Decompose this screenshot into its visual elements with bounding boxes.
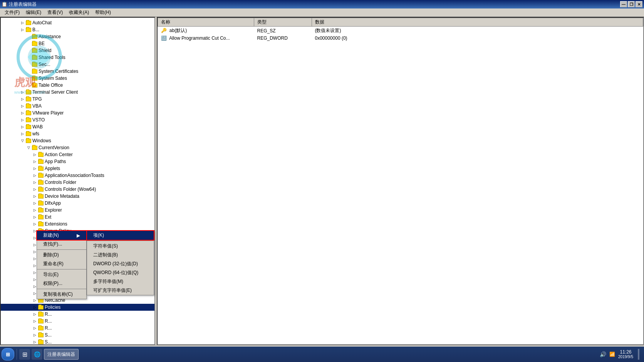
tree-node-dlfxapp[interactable]: ▷ DlfxApp <box>1 200 154 207</box>
submenu-expandable[interactable]: 可扩充字符串值(E) <box>87 286 154 295</box>
tree-node-shield[interactable]: Shield <box>1 47 154 54</box>
tree-node-sec[interactable]: Sec... <box>1 61 154 68</box>
tree-node-system-certs[interactable]: System Certificates <box>1 68 154 75</box>
close-button[interactable]: ✕ <box>636 1 642 7</box>
context-menu-rename[interactable]: 重命名(R) <box>37 259 86 268</box>
col-name[interactable]: 名称 <box>158 18 254 27</box>
tree-node-ext[interactable]: ▷ Ext <box>1 214 154 221</box>
tree-node-controls-folder[interactable]: ▷ Controls Folder <box>1 179 154 186</box>
tree-node-system-sates[interactable]: System Sates <box>1 75 154 82</box>
toggle-ext[interactable]: ▷ <box>32 214 38 220</box>
toggle-vmware[interactable]: ▷ <box>19 110 25 116</box>
menu-view[interactable]: 查看(V) <box>44 8 66 17</box>
toggle-b[interactable]: ▷ <box>19 27 25 33</box>
tree-node-vba[interactable]: ▷ VBA <box>1 103 154 109</box>
toggle-be[interactable] <box>25 40 32 47</box>
tree-node-shared-tools[interactable]: Shared Tools <box>1 54 154 61</box>
tree-node-b[interactable]: ▷ B... <box>1 26 154 33</box>
tree-node-vmware[interactable]: ▷ VMware Player <box>1 109 154 116</box>
context-menu-export[interactable]: 导出(E) <box>37 270 86 279</box>
tree-node-action-center[interactable]: ▷ Action Center <box>1 151 154 158</box>
tree-node-explorer[interactable]: ▷ Explorer <box>1 207 154 214</box>
tree-node-windows[interactable]: ▽ Windows <box>1 137 154 144</box>
toggle-s1[interactable]: ▷ <box>32 332 38 338</box>
taskbar-icon-2[interactable]: 🌐 <box>32 349 42 360</box>
tree-node-be[interactable]: BE <box>1 40 154 47</box>
tree-node-wab[interactable]: ▷ WAB <box>1 123 154 130</box>
toggle-dlfxapp[interactable]: ▷ <box>32 200 38 206</box>
toggle-wfs[interactable]: ▷ <box>19 131 25 137</box>
context-menu-find[interactable]: 查找(F)... <box>37 240 86 249</box>
tree-node-s2[interactable]: ▷ S... <box>1 338 154 345</box>
toggle-shared-tools[interactable] <box>25 54 32 61</box>
toggle-assistance[interactable] <box>25 34 32 40</box>
table-row[interactable]: 🔢 Allow Programmatic Cut Co... REG_DWORD… <box>158 35 643 42</box>
col-data[interactable]: 数据 <box>312 18 643 27</box>
menu-file[interactable]: 文件(F) <box>2 8 23 17</box>
submenu-binary[interactable]: 二进制值(B) <box>87 251 154 259</box>
toggle-vba[interactable]: ▷ <box>19 103 25 109</box>
toggle-r2[interactable]: ▷ <box>32 318 38 324</box>
submenu-multi-string[interactable]: 多字符串值(M) <box>87 277 154 286</box>
submenu-qword[interactable]: QWORD (64-位)值(Q) <box>87 268 154 277</box>
toggle-action-center[interactable]: ▷ <box>32 152 38 158</box>
tree-node-vsto[interactable]: ▷ VSTO <box>1 116 154 123</box>
submenu-key[interactable]: 项(K) <box>87 231 154 240</box>
context-menu-new[interactable]: 新建(N) ▶ <box>37 231 86 240</box>
toggle-sec[interactable] <box>25 61 32 67</box>
toggle-r3[interactable]: ▷ <box>32 325 38 331</box>
toggle-terminal[interactable]: ▷ <box>19 89 25 95</box>
taskbar-clock[interactable]: 11:26 2019/9/5 <box>618 349 633 359</box>
tree-node-r1[interactable]: ▷ R... <box>1 311 154 318</box>
tree-node-wfs[interactable]: ▷ wfs <box>1 130 154 137</box>
toggle-app-assoc[interactable]: ▷ <box>32 172 38 178</box>
toggle-vsto[interactable]: ▷ <box>19 117 25 123</box>
restore-button[interactable]: ❐ <box>628 1 635 7</box>
toggle-current-version[interactable]: ▽ <box>25 145 32 151</box>
tree-node-applets[interactable]: ▷ Applets <box>1 165 154 172</box>
col-type[interactable]: 类型 <box>254 18 312 27</box>
submenu-dword[interactable]: DWORD (32-位)值(D) <box>87 259 154 268</box>
table-row[interactable]: 🔑 ab(默认) REG_SZ (数值未设置) <box>158 27 643 35</box>
tree-node-policies[interactable]: ▷ Policies <box>1 304 154 311</box>
tree-node-device-metadata[interactable]: ▷ Device Metadata <box>1 193 154 200</box>
tree-node-extensions[interactable]: ▷ Extensions <box>1 221 154 227</box>
show-desktop-icon[interactable] <box>638 349 639 360</box>
toggle-s2[interactable]: ▷ <box>32 339 38 345</box>
tree-node-r3[interactable]: ▷ R... <box>1 325 154 332</box>
menu-help[interactable]: 帮助(H) <box>92 8 114 17</box>
menu-edit[interactable]: 编辑(E) <box>23 8 44 17</box>
toggle-r1[interactable]: ▷ <box>32 311 38 317</box>
toggle-table-office[interactable] <box>25 82 32 88</box>
toggle-controls-wow64[interactable]: ▷ <box>32 186 38 192</box>
tree-node-controls-folder-wow64[interactable]: ▷ Controls Folder (Wow64) <box>1 186 154 193</box>
context-menu-permissions[interactable]: 权限(P)... <box>37 279 86 288</box>
toggle-autochat[interactable]: ▷ <box>19 20 25 26</box>
taskbar-icon-1[interactable]: ⊞ <box>19 349 30 360</box>
minimize-button[interactable]: — <box>620 1 627 7</box>
tree-node-table-office[interactable]: Table Office <box>1 82 154 89</box>
menu-favorites[interactable]: 收藏夹(A) <box>66 8 92 17</box>
tree-node-app-assoc[interactable]: ▷ ApplicationAssociationToasts <box>1 172 154 179</box>
toggle-explorer[interactable]: ▷ <box>32 207 38 213</box>
tree-node-app-paths[interactable]: ▷ App Paths <box>1 158 154 165</box>
toggle-windows[interactable]: ▽ <box>19 138 25 144</box>
toggle-controls-folder[interactable]: ▷ <box>32 179 38 185</box>
toggle-tpg[interactable]: ▷ <box>19 96 25 102</box>
tree-node-assistance[interactable]: Assistance <box>1 33 154 40</box>
toggle-system-sates[interactable] <box>25 75 32 81</box>
tree-node-autochat[interactable]: ▷ AutoChat <box>1 19 154 26</box>
toggle-system-certs[interactable] <box>25 68 32 74</box>
submenu-string[interactable]: 字符串值(S) <box>87 242 154 251</box>
toggle-policies[interactable]: ▷ <box>32 304 38 310</box>
toggle-device-metadata[interactable]: ▷ <box>32 193 38 199</box>
toggle-wab[interactable]: ▷ <box>19 124 25 130</box>
context-menu-copy-name[interactable]: 复制项名称(C) <box>37 290 86 299</box>
toggle-app-paths[interactable]: ▷ <box>32 158 38 165</box>
toggle-extensions[interactable]: ▷ <box>32 221 38 227</box>
tree-node-s1[interactable]: ▷ S... <box>1 332 154 338</box>
tree-node-current-version[interactable]: ▽ CurrentVersion <box>1 144 154 151</box>
context-menu-delete[interactable]: 删除(D) <box>37 251 86 259</box>
toggle-shield[interactable] <box>25 47 32 54</box>
start-button[interactable]: ⊞ <box>2 348 14 360</box>
